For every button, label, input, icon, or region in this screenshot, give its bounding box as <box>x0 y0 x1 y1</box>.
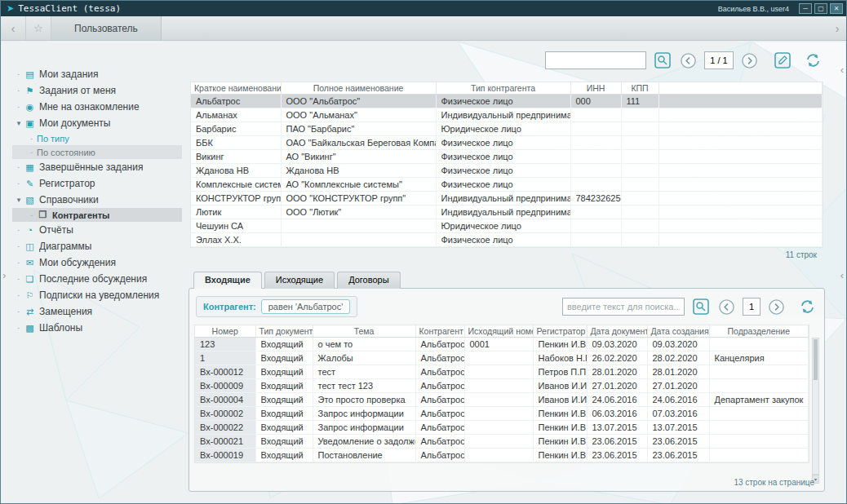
column-header[interactable]: Тип документа <box>255 325 313 337</box>
current-user-label: Васильев В.В., user4 <box>718 5 789 13</box>
column-header[interactable]: ИНН <box>570 82 621 94</box>
table-row[interactable]: Эллах Х.Х.Физическое лицо <box>191 232 823 246</box>
contractors-search-input[interactable] <box>545 51 646 69</box>
table-row[interactable]: ЛютикООО "Лютик"Индивидуальный предприни… <box>191 205 823 219</box>
cell: ПАО "Барбарис" <box>281 122 436 135</box>
cell: 23.06.2015 <box>587 434 647 448</box>
column-header[interactable]: Регистратор <box>533 325 587 337</box>
documents-search-input[interactable] <box>562 298 685 316</box>
sidebar-item-for-review[interactable]: ▪◉Мне на ознакомление <box>12 99 182 115</box>
maximize-button[interactable]: ▢ <box>814 3 827 14</box>
table-row[interactable]: Чешуин САЮридическое лицо <box>191 219 823 232</box>
tab-user[interactable]: Пользователь <box>51 16 162 40</box>
sidebar-item-contractors[interactable]: ▪❒Контрагенты <box>12 208 182 222</box>
table-row[interactable]: Вх-000019ВходящийПостановлениеАльбатросП… <box>195 448 809 462</box>
bullet-icon: ▪ <box>27 136 37 141</box>
table-row[interactable]: КОНСТРУКТОР группООО "КОНСТРУКТОР групп"… <box>191 191 823 205</box>
favorites-button[interactable]: ☆ <box>26 16 51 40</box>
doc-tab-outgoing[interactable]: Исходящие <box>264 272 335 289</box>
sidebar-item-by-state[interactable]: ▪По состоянию <box>12 145 182 159</box>
sidebar-item-diagrams[interactable]: ▪◫Диаграммы <box>12 238 182 254</box>
column-header[interactable]: КПП <box>621 82 659 94</box>
cell: 27.01.2020 <box>647 378 709 392</box>
cell <box>570 177 621 191</box>
sidebar-item-tasks-from-me[interactable]: ▪⚑Задания от меня <box>12 82 182 99</box>
table-row[interactable]: БарбарисПАО "Барбарис"Юридическое лицо <box>191 122 823 135</box>
table-row[interactable]: ВикингАО "Викинг"Физическое лицо <box>191 149 823 163</box>
sidebar-item-templates[interactable]: ▪▩Шаблоны <box>12 320 182 336</box>
doc-tab-contracts[interactable]: Договоры <box>337 272 400 289</box>
filter-value[interactable]: равен 'Альбатрос' <box>261 299 351 314</box>
table-row[interactable]: Вх-000004ВходящийЭто просто проверкаАльб… <box>195 392 809 406</box>
documents-refresh-button[interactable] <box>797 297 818 317</box>
cell: Вх-000019 <box>195 448 255 462</box>
table-row[interactable]: ББКОАО "Байкальская Береговая Компания"Ф… <box>191 135 823 149</box>
close-button[interactable]: ✕ <box>830 3 843 14</box>
documents-scrollbar[interactable]: ▾ <box>812 338 819 475</box>
doc-tab-incoming[interactable]: Входящие <box>193 272 262 289</box>
edit-button[interactable] <box>772 51 792 71</box>
sidebar-item-my-discussions[interactable]: ▪✉Мои обсуждения <box>12 254 182 271</box>
column-header[interactable]: Номер <box>195 325 255 337</box>
documents-prev-page-button[interactable] <box>716 297 737 317</box>
chevron-left-circle-icon <box>679 51 698 70</box>
cell: Пенкин И.В. <box>533 337 587 351</box>
sidebar-item-label: Диаграммы <box>39 241 91 252</box>
table-row[interactable]: Вх-000021ВходящийУведомление о задолженн… <box>195 434 809 448</box>
table-row[interactable]: Комплексные системыАО "Комплексные систе… <box>191 177 823 191</box>
minimize-button[interactable]: ─ <box>799 3 812 14</box>
sidebar-item-my-tasks[interactable]: ▪▤Мои задания <box>12 66 182 82</box>
sidebar-item-notification-subscriptions[interactable]: ▪⚐Подписки на уведомления <box>12 287 182 303</box>
tabstrip-scroll-right[interactable]: › <box>828 16 846 40</box>
back-button[interactable]: ‹ <box>1 16 26 40</box>
cell <box>464 392 533 406</box>
table-row[interactable]: 123Входящийо чем тоАльбатрос0001Пенкин И… <box>195 337 809 351</box>
sidebar-item-by-type[interactable]: ▪По типу <box>12 131 182 145</box>
sidebar-item-handbooks[interactable]: ▾▧Справочники <box>12 192 182 208</box>
sidebar-item-completed-tasks[interactable]: ▪▦Завершённые задания <box>12 159 182 175</box>
refresh-button[interactable] <box>803 51 823 71</box>
column-header[interactable]: Подразделение <box>709 325 809 337</box>
table-row[interactable]: Жданова НВЖданова НВФизическое лицо <box>191 163 823 177</box>
right-panel-handle-bottom[interactable]: ‹ <box>840 270 844 281</box>
collapse-arrow-icon[interactable]: ▾ <box>14 196 24 204</box>
cell: Входящий <box>255 420 313 434</box>
column-header[interactable]: Тема <box>313 325 415 337</box>
column-header[interactable]: Дата документа <box>587 325 647 337</box>
column-header[interactable]: Исходящий номер <box>464 325 533 337</box>
bullet-icon: ▪ <box>27 150 37 155</box>
table-row[interactable]: Вх-000009Входящийтест тест 123АльбатросИ… <box>195 378 809 392</box>
filter-label: Контрагент: <box>203 302 256 312</box>
sidebar-item-registrar[interactable]: ▪✎Регистратор <box>12 175 182 192</box>
scrollbar-thumb[interactable] <box>814 339 818 380</box>
cell: Входящий <box>255 351 313 365</box>
documents-search-button[interactable] <box>690 297 711 317</box>
sidebar-item-my-documents[interactable]: ▾▣Мои документы <box>12 115 182 131</box>
table-row[interactable]: Вх-000012ВходящийтестАльбатросПетров П.П… <box>195 365 809 378</box>
right-panel-handle-top[interactable]: ‹ <box>840 64 844 75</box>
sidebar-item-substitutions[interactable]: ▪⇄Замещения <box>12 303 182 320</box>
column-header[interactable]: Дата создания▼ <box>647 325 709 337</box>
sidebar-item-recent-discussions[interactable]: ▪❏Последние обсуждения <box>12 271 182 287</box>
column-header[interactable]: Полное наименование <box>281 82 436 94</box>
prev-page-button[interactable] <box>678 51 698 71</box>
table-row[interactable]: Вх-000002ВходящийЗапрос информацииАльбат… <box>195 406 809 420</box>
table-row[interactable]: Вх-000022ВходящийЗапрос информацииАльбат… <box>195 420 809 434</box>
sidebar-expand-handle[interactable]: › <box>2 270 6 281</box>
cell: 000 <box>570 94 621 108</box>
column-header[interactable]: Тип контрагента <box>436 82 570 94</box>
column-header[interactable]: Контрагент <box>415 325 464 337</box>
next-page-button[interactable] <box>739 51 760 71</box>
folder-icon: ❒ <box>37 210 49 219</box>
filter-chip[interactable]: Контрагент: равен 'Альбатрос' <box>196 296 357 317</box>
documents-next-page-button[interactable] <box>766 297 787 317</box>
sidebar-item-label: Мне на ознакомление <box>39 101 140 113</box>
cell: Физическое лицо <box>436 177 570 191</box>
table-row[interactable]: АльманахООО "Альманах"Индивидуальный пре… <box>191 108 823 122</box>
column-header[interactable]: Краткое наименование▲ <box>191 82 281 94</box>
search-button[interactable] <box>652 51 672 71</box>
table-row[interactable]: АльбатросООО "Альбатрос"Физическое лицо0… <box>191 94 823 108</box>
collapse-arrow-icon[interactable]: ▾ <box>14 119 24 127</box>
table-row[interactable]: 1ВходящийЖалобыАльбатросНабоков Н.П.26.0… <box>195 351 809 365</box>
sidebar-item-reports[interactable]: ▪◔Отчёты <box>12 222 182 238</box>
